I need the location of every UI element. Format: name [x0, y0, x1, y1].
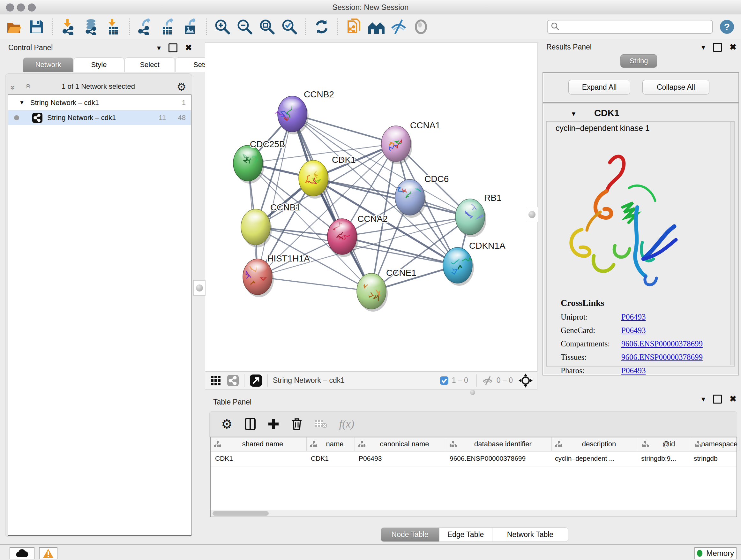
open-in-window-icon[interactable]	[250, 374, 262, 387]
results-tab-string[interactable]: String	[620, 54, 657, 68]
table-header: shared namenamecanonical namedatabase id…	[211, 437, 737, 451]
crosslink-link[interactable]: P06493	[621, 326, 646, 335]
edge-HIST1H1A-CCNE1[interactable]	[258, 277, 372, 291]
scrollbar-thumb[interactable]	[212, 511, 269, 516]
crosslink-link[interactable]: 9606.ENSP00000378699	[621, 339, 703, 348]
panel-float-icon[interactable]: ▾	[701, 395, 705, 403]
panel-maximize-icon[interactable]	[713, 43, 722, 52]
panel-close-icon[interactable]: ✖	[185, 43, 192, 53]
crosslink-link[interactable]: P06493	[621, 313, 646, 321]
node-CCNE1[interactable]: CCNE1	[357, 268, 416, 312]
separator	[476, 374, 477, 387]
eye-icon	[413, 18, 429, 35]
delete-column-icon[interactable]	[291, 418, 302, 430]
memory-button[interactable]: Memory	[694, 547, 737, 559]
crosslink-row: Uniprot:P06493	[561, 313, 703, 321]
column-header-description[interactable]: description	[552, 437, 638, 451]
zoom-in-button[interactable]	[213, 18, 231, 36]
zoom-out-button[interactable]	[236, 18, 254, 36]
collapse-triangle-icon[interactable]: ▼	[19, 100, 24, 106]
expand-all-button[interactable]: Expand All	[568, 80, 630, 95]
table-options-gear-icon[interactable]: ⚙	[221, 417, 232, 431]
results-scrollbar[interactable]	[730, 122, 734, 365]
export-image-button[interactable]	[181, 18, 199, 36]
string-network-graph[interactable]: CCNB2CCNA1CDC25BCDK1CDC6RB1CCNB1CCNA2CDK…	[205, 43, 536, 371]
node-CCNB2[interactable]: CCNB2	[275, 89, 334, 134]
hide-unhide-button[interactable]	[390, 18, 408, 36]
right-splitter-handle[interactable]	[526, 207, 538, 222]
center-view-crosshair-icon[interactable]	[519, 374, 533, 388]
table-horizontal-scrollbar[interactable]	[211, 510, 737, 516]
node-CDC6[interactable]: CDC6	[395, 174, 449, 218]
gene-collapse-triangle-icon[interactable]: ▼	[570, 111, 577, 118]
panel-float-icon[interactable]: ▾	[701, 43, 705, 52]
crosslinks-title: CrossLinks	[561, 298, 703, 308]
cloud-status-button[interactable]	[10, 547, 35, 559]
network-view-toolbar: String Network – cdk1 1 – 0 0 – 0	[205, 371, 537, 389]
column-header-database-identifier[interactable]: database identifier	[446, 437, 552, 451]
open-session-button[interactable]	[5, 18, 23, 36]
collapse-all-button[interactable]: Collapse All	[643, 80, 710, 95]
string-view-icon[interactable]	[227, 374, 239, 387]
tab-select[interactable]: Select	[125, 57, 175, 72]
column-header-shared-name[interactable]: shared name	[211, 437, 307, 451]
table-cell: CDK1	[307, 451, 354, 466]
share-file-icon	[346, 18, 362, 35]
home-button[interactable]	[367, 18, 385, 36]
import-network-from-file-button[interactable]	[60, 18, 77, 36]
zoom-fit-button[interactable]	[258, 18, 276, 36]
save-session-button[interactable]	[27, 18, 45, 36]
import-network-icon	[60, 18, 77, 35]
edge-CCNB2-HIST1H1A[interactable]	[258, 114, 292, 277]
tab-style[interactable]: Style	[74, 57, 124, 72]
column-header-name[interactable]: name	[307, 437, 355, 451]
node-CCNB1[interactable]: CCNB1	[241, 202, 300, 247]
panel-maximize-icon[interactable]	[713, 395, 722, 403]
crosslink-link[interactable]: 9606.ENSP00000378699	[621, 353, 703, 362]
node-HIST1H1A[interactable]: HIST1H1A	[243, 253, 310, 297]
show-columns-icon[interactable]	[245, 418, 256, 430]
edge-CCNB2-CCNE1[interactable]	[292, 114, 372, 291]
network-collection-row[interactable]: ▼ String Network – cdk1 1	[8, 95, 191, 110]
network-options-gear-icon[interactable]: ⚙	[177, 80, 186, 93]
add-column-icon[interactable]	[268, 418, 279, 430]
refresh-button[interactable]	[313, 18, 331, 36]
panel-maximize-icon[interactable]	[169, 44, 178, 52]
crosslink-link[interactable]: P06493	[621, 366, 646, 375]
left-splitter-handle[interactable]	[193, 280, 205, 296]
search-input[interactable]	[547, 20, 713, 34]
memory-label: Memory	[706, 549, 734, 558]
panel-float-icon[interactable]: ▾	[157, 44, 161, 52]
zoom-selected-button[interactable]	[280, 18, 298, 36]
column-label: shared name	[242, 440, 283, 448]
table-row[interactable]: CDK1CDK1P064939606.ENSP00000378699cyclin…	[211, 451, 737, 466]
horizontal-splitter-handle[interactable]	[470, 390, 475, 395]
birds-eye-view-icon[interactable]	[210, 375, 221, 386]
import-table-from-file-button[interactable]	[105, 18, 122, 36]
import-network-from-database-button[interactable]	[82, 18, 100, 36]
edge-RB1-HIST1H1A[interactable]	[258, 217, 470, 277]
warnings-button[interactable]	[39, 547, 57, 559]
hidden-eye-icon[interactable]	[482, 376, 493, 385]
tab-network[interactable]: Network	[23, 57, 73, 72]
network-row[interactable]: String Network – cdk1 11 48	[8, 110, 191, 125]
selected-checkbox-icon[interactable]	[440, 376, 449, 385]
panel-close-icon[interactable]: ✖	[730, 42, 737, 52]
help-button[interactable]: ?	[720, 20, 734, 34]
column-header-canonical-name[interactable]: canonical name	[355, 437, 446, 451]
export-network-button[interactable]	[137, 18, 154, 36]
main-toolbar: ?	[0, 14, 741, 39]
tab-edge-table[interactable]: Edge Table	[439, 527, 492, 542]
node-CDKN1A[interactable]: CDKN1A	[443, 241, 506, 286]
node-label-CDK1: CDK1	[332, 155, 356, 165]
tab-network-table[interactable]: Network Table	[492, 527, 568, 542]
show-all-button[interactable]	[412, 18, 430, 36]
share-file-button[interactable]	[345, 18, 363, 36]
column-header-namespace[interactable]: namespace	[691, 437, 739, 451]
node-RB1[interactable]: RB1	[455, 193, 501, 237]
panel-close-icon[interactable]: ✖	[730, 394, 737, 404]
network-canvas[interactable]: CCNB2CCNA1CDC25BCDK1CDC6RB1CCNB1CCNA2CDK…	[205, 42, 537, 372]
export-table-button[interactable]	[159, 18, 177, 36]
tab-node-table[interactable]: Node Table	[381, 527, 439, 542]
column-header-id[interactable]: @id	[638, 437, 691, 451]
